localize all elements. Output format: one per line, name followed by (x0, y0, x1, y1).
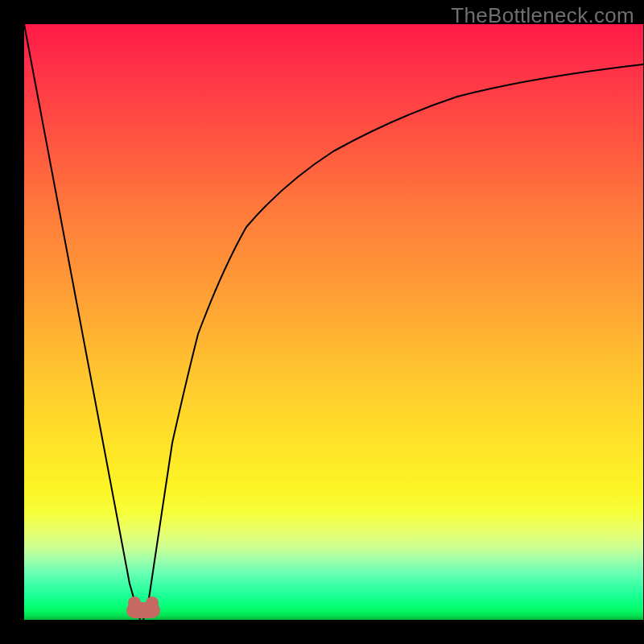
marker-ear-left-icon (128, 597, 141, 609)
plot-area (24, 24, 643, 620)
marker-ear-right-icon (146, 597, 159, 609)
left-slope-path (24, 24, 140, 620)
chart-lines (24, 24, 643, 620)
watermark-text: TheBottleneck.com (451, 3, 634, 28)
optimal-marker (126, 602, 160, 618)
right-curve-path (143, 64, 643, 620)
